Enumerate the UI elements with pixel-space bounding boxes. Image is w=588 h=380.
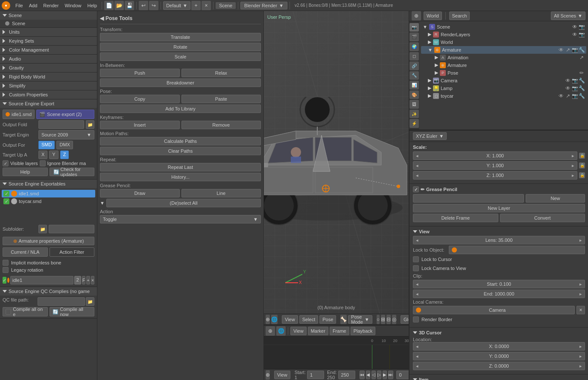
cursor-x-right[interactable]: ▸ [579,344,582,349]
subfolder-input[interactable] [49,225,94,233]
tab-world[interactable]: 🌍 [410,42,419,51]
view-title[interactable]: View [413,229,585,234]
tab-material[interactable]: 🎨 [410,90,419,99]
all-scenes-dropdown[interactable]: All Scenes ▼ [551,12,585,20]
deselect-all-btn[interactable]: (De)select All [106,199,261,207]
menu-render[interactable]: Render [41,2,61,9]
output-fold-input[interactable] [38,120,84,129]
lock-cam-check[interactable] [413,265,419,271]
draw-btn[interactable]: Draw [100,189,180,197]
tl-view-btn[interactable]: View [290,327,307,335]
pose-edit[interactable]: ✏ [579,70,585,76]
sidebar-header-audio[interactable]: Audio [0,55,97,63]
action-filter-btn[interactable]: Action Filter [50,247,95,257]
compile-all-now-btn[interactable]: 🔄 Compile all now [50,307,95,316]
lock-obj-box[interactable] [449,246,585,254]
repeat-last-btn[interactable]: Repeat Last [100,163,261,171]
snap2-btn[interactable]: ⊟ [386,315,391,324]
menu-window[interactable]: Window [62,2,84,9]
cursor-z-box[interactable]: ◂ Z: 0.0000 ▸ [413,362,585,370]
view-btn[interactable]: View [282,315,298,324]
tab-data[interactable]: 📊 [410,81,419,90]
lamp-extra[interactable]: 🔧 [579,85,585,91]
pivot-dropdown[interactable]: Global ▼ [401,315,409,324]
lamp-render[interactable]: 📷 [572,85,578,91]
clip-end-left[interactable]: ◂ [416,291,418,297]
clip-start-right[interactable]: ▸ [579,281,582,287]
cam-eye[interactable]: 👁 [565,78,571,84]
vt-global-btn[interactable]: 🌐 [271,315,278,324]
action-name-input[interactable] [10,276,73,284]
translate-btn[interactable]: Translate [100,33,261,41]
go-start-btn[interactable]: ⏮ [360,371,365,379]
target-engine-dropdown[interactable]: Source 2009 ▼ [38,130,94,139]
lamp-eye[interactable]: 👁 [565,85,571,91]
snap-btn[interactable]: ⊞ [381,315,385,324]
tl-view-btn2[interactable]: View [274,371,290,379]
arm-props-btn[interactable]: ⊕ Armature properties (Armature) [3,237,94,245]
breakdowner-btn[interactable]: Breakdowner [100,78,261,87]
workspace-add[interactable]: + [191,1,201,10]
clip-start-box[interactable]: ◂ Start: 0.100 ▸ [413,280,585,288]
line-btn[interactable]: Line [181,189,261,197]
tl-marker-btn[interactable]: Marker [308,327,328,335]
tree-renderlayers[interactable]: ▶ R RenderLayers 👁 📷 [421,31,586,38]
tab-scene[interactable]: 🎬 [410,32,419,41]
up-z-btn[interactable]: Z [60,151,69,159]
legacy-checkbox[interactable] [3,267,9,273]
undo-btn[interactable]: ↩ [139,1,148,10]
lens-left[interactable]: ◂ [416,238,418,243]
action-remove-btn[interactable]: × [91,276,94,284]
rotate-btn[interactable]: Rotate [100,43,261,51]
tree-toycar[interactable]: ▶ ◻ toycar 👁 ↗ 📷 🔧 [421,92,586,100]
sidebar-header-custom[interactable]: Custom Properties [0,90,97,99]
item-title[interactable]: Item [413,377,585,380]
gp-convert-btn[interactable]: Convert [500,214,585,222]
idle1-check[interactable]: ✓ [3,191,9,197]
outliner-icon1[interactable]: ⊕ [412,11,421,20]
start-frame-input[interactable] [307,371,324,379]
output-fold-browse[interactable]: 📁 [86,120,94,129]
add-to-library-btn[interactable]: Add To Library [100,104,261,113]
cursor-x-left[interactable]: ◂ [416,344,418,349]
output-dmx-btn[interactable]: DMX [56,141,73,149]
action-add-btn[interactable]: + [86,276,90,284]
scale-x-lock[interactable]: 🔒 [579,153,585,159]
compile-all-on-btn[interactable]: Compile all on e [3,307,48,316]
tl-icon1[interactable]: ⊕ [266,326,275,336]
rl-eye[interactable]: 👁 [572,32,578,38]
cursor-z-left[interactable]: ◂ [416,363,418,369]
arm-extra[interactable]: 🔧 [579,47,585,53]
arm-select[interactable]: ↗ [565,47,571,53]
up-y-btn[interactable]: Y [49,151,58,159]
tl-icon2[interactable]: 🌐 [276,326,286,336]
sidebar-header-qc[interactable]: Source Engine QC Complies (no game [0,287,97,296]
paste-btn[interactable]: Paste [181,95,261,103]
sidebar-header-gravity[interactable]: Gravity [0,64,97,72]
gp-title[interactable]: ✏ Grease Pencil [413,186,585,192]
export-item-toycar[interactable]: ✓ toycar.smd [2,197,95,205]
search-btn[interactable]: Search [449,12,470,20]
tab-modifier[interactable]: 🔧 [410,71,419,80]
render-border-check[interactable] [413,316,419,322]
idle1-smd-btn[interactable]: idle1.smd [3,110,35,119]
view-menu-btn[interactable]: World [424,12,442,20]
action-export-check[interactable]: ✓ [3,277,6,284]
open-file-btn[interactable]: 📂 [114,1,124,10]
clip-start-left[interactable]: ◂ [416,281,418,287]
qc-path-input[interactable] [38,297,85,306]
tab-constraints[interactable]: 🔗 [410,61,419,70]
push-btn[interactable]: Push [100,69,180,77]
scale-y-left[interactable]: ◂ [416,163,418,168]
cursor-z-right[interactable]: ▸ [579,363,582,369]
export-item-idle1[interactable]: ✓ idle1.smd [2,190,95,197]
sidebar-header-exportables[interactable]: Source Engine Exportables [0,180,97,188]
history-btn[interactable]: History... [100,173,261,181]
overlay-btn[interactable]: ◎ [392,315,396,324]
cursor-x-box[interactable]: ◂ X: 0.0000 ▸ [413,342,585,351]
nla-btn[interactable]: Current / NLA [3,247,48,257]
insert-btn[interactable]: Insert [100,121,180,129]
menu-help[interactable]: Help [85,2,100,9]
clip-end-box[interactable]: ◂ End: 1000.000 ▸ [413,290,585,298]
scale-z-left[interactable]: ◂ [416,173,418,178]
